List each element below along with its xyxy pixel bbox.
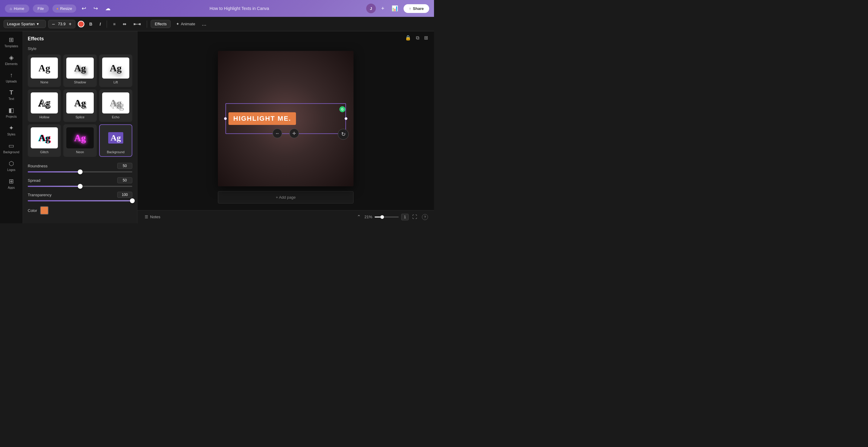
expand-button[interactable]: ⌃: [355, 213, 362, 221]
sidebar-label-text: Text: [8, 97, 14, 101]
right-handle[interactable]: [344, 117, 347, 120]
font-family-select[interactable]: League Spartan ▾: [4, 20, 46, 28]
left-sidebar: ⊞ Templates ◈ Elements ↑ Uploads T Text …: [0, 31, 23, 224]
cloud-icon: ☁: [105, 5, 111, 12]
sidebar-item-text[interactable]: T Text: [1, 87, 22, 103]
cloud-save-button[interactable]: ☁: [103, 3, 113, 13]
style-shadow[interactable]: Ag Shadow: [63, 55, 96, 87]
style-splice[interactable]: Ag Splice: [63, 90, 96, 122]
style-background[interactable]: Ag Background: [99, 124, 132, 157]
spread-value: 50: [117, 177, 132, 183]
sidebar-label-uploads: Uploads: [6, 80, 17, 83]
style-label-hollow: Hollow: [39, 115, 50, 119]
transparency-slider-thumb[interactable]: [130, 198, 135, 203]
undo-button[interactable]: ↩: [80, 3, 88, 13]
style-neon[interactable]: Ag Neon: [63, 124, 96, 157]
share-button[interactable]: ↑ Share: [404, 4, 429, 13]
highlight-text[interactable]: HIGHLIGHT ME.: [228, 112, 296, 125]
animate-button[interactable]: ✦ Animate: [173, 20, 198, 28]
style-label-splice: Splice: [76, 115, 85, 119]
animate-icon: ✦: [176, 22, 179, 26]
align-button[interactable]: ≡: [111, 20, 118, 28]
spread-slider-track[interactable]: [28, 186, 132, 187]
style-hollow[interactable]: Ag Hollow: [28, 90, 61, 122]
file-button[interactable]: File: [33, 4, 49, 13]
add-to-page-button[interactable]: ⊞: [423, 34, 429, 42]
text-color-swatch[interactable]: [78, 21, 84, 27]
sidebar-item-background[interactable]: ▭ Background: [1, 140, 22, 156]
style-lift[interactable]: Ag Lift: [99, 55, 132, 87]
home-button[interactable]: ⌂ Home: [5, 4, 29, 13]
style-echo[interactable]: Ag Echo: [99, 90, 132, 122]
decrease-font-button[interactable]: –: [51, 21, 56, 27]
animate-label: Animate: [181, 22, 195, 26]
style-label-none: None: [40, 80, 48, 84]
sidebar-item-styles[interactable]: ✦ Styles: [1, 122, 22, 138]
elements-icon: ◈: [9, 54, 13, 61]
file-label: File: [38, 6, 44, 11]
help-button[interactable]: ?: [421, 213, 429, 221]
style-preview-none: Ag: [31, 58, 58, 78]
home-icon: ⌂: [10, 6, 12, 11]
style-glitch[interactable]: Ag Glitch: [28, 124, 61, 157]
roundness-header: Roundness 50: [28, 163, 132, 169]
resize-button[interactable]: ● Resize: [53, 4, 76, 13]
roundness-slider-row: Roundness 50: [28, 163, 132, 172]
italic-button[interactable]: I: [97, 20, 103, 28]
add-page-bar[interactable]: + Add page: [218, 191, 353, 204]
panel-title: Effects: [28, 36, 132, 41]
letter-spacing-button[interactable]: ⇤⇥: [131, 20, 143, 28]
canvas[interactable]: HIGHLIGHT ME. G ↔ ✛ ↻: [218, 51, 353, 186]
home-label: Home: [14, 6, 24, 11]
transparency-slider-track[interactable]: [28, 200, 132, 201]
sidebar-item-uploads[interactable]: ↑ Uploads: [1, 69, 22, 85]
dot-icon: ●: [57, 7, 59, 10]
redo-button[interactable]: ↪: [92, 3, 100, 13]
style-preview-hollow: Ag: [31, 93, 58, 113]
font-size-value: 73.9: [57, 22, 66, 26]
sidebar-item-logos[interactable]: ⬡ Logos: [1, 158, 22, 174]
avatar[interactable]: J: [366, 4, 376, 13]
sidebar-item-apps[interactable]: ⊞ Apps: [1, 175, 22, 192]
text-selection[interactable]: HIGHLIGHT ME. G: [228, 112, 343, 125]
sidebar-item-projects[interactable]: ◧ Projects: [1, 104, 22, 121]
left-handle[interactable]: [224, 117, 227, 120]
help-icon: ?: [422, 214, 428, 220]
sidebar-label-logos: Logos: [7, 168, 16, 172]
undo-icon: ↩: [82, 5, 86, 12]
color-swatch[interactable]: [40, 206, 49, 215]
sidebar-label-apps: Apps: [8, 186, 15, 189]
increase-font-button[interactable]: +: [67, 21, 73, 27]
collaborator-avatar: G: [339, 106, 345, 112]
notifications-button[interactable]: 📊: [390, 3, 400, 13]
sidebar-item-elements[interactable]: ◈ Elements: [1, 51, 22, 68]
rotate-button[interactable]: ↻: [338, 129, 349, 140]
bold-button[interactable]: B: [87, 20, 95, 28]
effects-button[interactable]: Effects: [151, 20, 170, 28]
notes-button[interactable]: ☰ Notes: [142, 213, 163, 220]
spread-slider-thumb[interactable]: [78, 184, 83, 189]
zoom-bar[interactable]: [375, 216, 399, 218]
more-options-button[interactable]: ...: [201, 20, 208, 28]
sidebar-label-projects: Projects: [6, 115, 17, 118]
style-label-shadow: Shadow: [74, 80, 86, 84]
line-spacing-button[interactable]: ⇔: [120, 20, 129, 28]
duplicate-button[interactable]: ⧉: [415, 34, 421, 42]
share-icon: ↑: [409, 6, 411, 11]
sidebar-item-templates[interactable]: ⊞ Templates: [1, 34, 22, 50]
add-collaborator-button[interactable]: +: [379, 4, 386, 13]
zoom-thumb[interactable]: [380, 215, 384, 219]
move-button[interactable]: ✛: [289, 129, 299, 138]
roundness-slider-thumb[interactable]: [78, 169, 83, 174]
style-none[interactable]: Ag None: [28, 55, 61, 87]
style-preview-splice: Ag: [66, 93, 93, 113]
spread-header: Spread 50: [28, 177, 132, 183]
text-icon: T: [9, 89, 13, 96]
logos-icon: ⬡: [9, 160, 14, 167]
lock-button[interactable]: 🔒: [404, 34, 412, 42]
styles-icon: ✦: [9, 124, 14, 132]
flip-button[interactable]: ↔: [273, 129, 282, 138]
canvas-controls: ↔ ✛: [273, 129, 299, 138]
roundness-slider-track[interactable]: [28, 171, 132, 172]
fullscreen-button[interactable]: ⛶: [411, 213, 418, 221]
